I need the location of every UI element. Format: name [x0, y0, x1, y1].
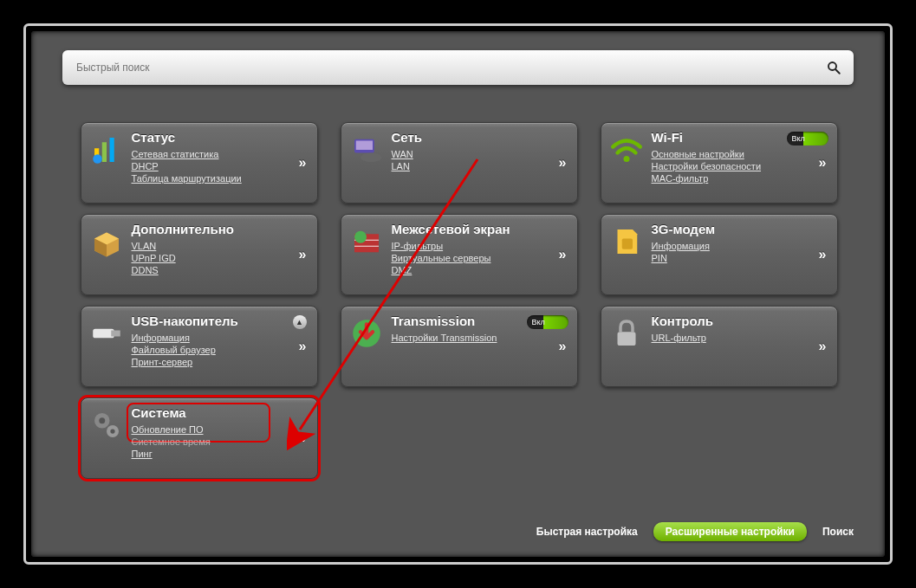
chevron-right-icon[interactable]: »	[559, 155, 567, 171]
link-system-time[interactable]: Системное время	[132, 436, 211, 447]
svg-rect-4	[109, 138, 114, 162]
card-links: URL-фильтр	[652, 333, 706, 343]
wifi-toggle[interactable]: Вкл	[787, 132, 828, 145]
link-vlan[interactable]: VLAN	[132, 241, 176, 251]
card-system[interactable]: Система Обновление ПО Системное время Пи…	[81, 397, 318, 479]
link-lan[interactable]: LAN	[392, 161, 413, 171]
card-transmission[interactable]: Вкл Transmission Настройки Transmission …	[341, 306, 578, 387]
link-upnp[interactable]: UPnP IGD	[132, 253, 176, 263]
link-print-server[interactable]: Принт-сервер	[132, 357, 216, 367]
card-usb[interactable]: ▲ USB-накопитель Информация Файловый бра…	[81, 306, 318, 387]
link-mac-filter[interactable]: MAC-фильтр	[652, 173, 762, 184]
svg-rect-7	[355, 141, 372, 151]
link-security-settings[interactable]: Настройки безопасности	[652, 161, 762, 171]
card-3g-modem[interactable]: 3G-модем Информация PIN »	[601, 214, 838, 295]
card-title: Система	[132, 405, 186, 420]
sim-icon	[607, 222, 646, 262]
card-advanced[interactable]: Дополнительно VLAN UPnP IGD DDNS »	[81, 214, 318, 295]
eject-icon[interactable]: ▲	[293, 315, 307, 329]
gears-icon	[87, 405, 127, 445]
link-ping[interactable]: Пинг	[132, 449, 211, 459]
link-routing-table[interactable]: Таблица маршрутизации	[132, 173, 242, 184]
search-input[interactable]	[75, 61, 826, 74]
svg-rect-16	[111, 331, 120, 337]
card-links: Обновление ПО Системное время Пинг	[132, 424, 211, 459]
link-file-browser[interactable]: Файловый браузер	[132, 345, 216, 355]
svg-rect-18	[617, 332, 635, 346]
card-title: Wi-Fi	[652, 130, 684, 145]
chevron-right-icon[interactable]: »	[559, 339, 567, 354]
card-links: VLAN UPnP IGD DDNS	[132, 241, 176, 275]
usb-icon	[87, 313, 127, 353]
footer-quick-setup[interactable]: Быстрая настройка	[536, 526, 638, 538]
svg-rect-3	[101, 142, 106, 162]
chevron-right-icon[interactable]: »	[819, 339, 827, 354]
link-transmission-settings[interactable]: Настройки Transmission	[392, 333, 497, 343]
svg-rect-15	[93, 329, 114, 339]
firewall-icon	[347, 222, 387, 262]
link-basic-settings[interactable]: Основные настройки	[652, 149, 762, 159]
card-links: Информация PIN	[652, 241, 710, 263]
svg-point-5	[93, 154, 102, 164]
link-url-filter[interactable]: URL-фильтр	[652, 333, 706, 343]
svg-point-13	[354, 231, 367, 243]
chevron-right-icon[interactable]: »	[559, 247, 567, 262]
main-panel: Статус Сетевая статистика DHCP Таблица м…	[31, 31, 885, 557]
card-links: IP-фильтры Виртуальные серверы DMZ	[392, 241, 491, 275]
svg-line-1	[835, 69, 840, 74]
link-net-stats[interactable]: Сетевая статистика	[132, 149, 242, 159]
card-links: Основные настройки Настройки безопасност…	[652, 149, 762, 184]
search-bar[interactable]	[62, 50, 854, 85]
footer: Быстрая настройка Расширенные настройки …	[536, 522, 854, 541]
card-wifi[interactable]: Вкл Wi-Fi Основные настройки Настройки б…	[601, 122, 838, 204]
link-pin[interactable]: PIN	[652, 253, 710, 263]
card-title: Контроль	[652, 313, 713, 328]
chevron-right-icon[interactable]: »	[819, 155, 827, 171]
card-title: Межсетевой экран	[392, 222, 510, 236]
network-icon	[347, 130, 387, 170]
card-grid: Статус Сетевая статистика DHCP Таблица м…	[62, 122, 854, 479]
chevron-right-icon[interactable]: »	[819, 247, 827, 262]
link-firmware-update[interactable]: Обновление ПО	[132, 424, 211, 435]
card-title: 3G-модем	[652, 222, 716, 236]
card-control[interactable]: Контроль URL-фильтр »	[601, 306, 838, 387]
chevron-right-icon[interactable]: »	[299, 430, 307, 446]
footer-search[interactable]: Поиск	[822, 526, 854, 538]
card-status[interactable]: Статус Сетевая статистика DHCP Таблица м…	[81, 122, 318, 204]
status-icon	[87, 130, 127, 170]
svg-point-22	[110, 429, 114, 433]
chevron-right-icon[interactable]: »	[299, 339, 307, 354]
link-ddns[interactable]: DDNS	[132, 265, 176, 275]
chevron-right-icon[interactable]: »	[299, 155, 307, 171]
download-icon	[347, 313, 387, 353]
link-virtual-servers[interactable]: Виртуальные серверы	[392, 253, 491, 263]
card-title: USB-накопитель	[132, 313, 238, 328]
card-network[interactable]: Сеть WAN LAN »	[341, 122, 578, 204]
link-wan[interactable]: WAN	[392, 149, 413, 159]
card-links: WAN LAN	[392, 149, 413, 171]
transmission-toggle[interactable]: Вкл	[527, 315, 568, 329]
card-links: Информация Файловый браузер Принт-сервер	[132, 333, 216, 367]
card-title: Статус	[132, 130, 176, 145]
search-icon[interactable]	[826, 60, 841, 75]
link-info[interactable]: Информация	[652, 241, 710, 251]
card-title: Сеть	[392, 130, 423, 145]
link-info[interactable]: Информация	[132, 333, 216, 343]
card-firewall[interactable]: Межсетевой экран IP-фильтры Виртуальные …	[341, 214, 578, 295]
card-links: Сетевая статистика DHCP Таблица маршрути…	[132, 149, 242, 184]
card-title: Дополнительно	[132, 222, 234, 236]
link-dhcp[interactable]: DHCP	[132, 161, 242, 171]
box-icon	[87, 222, 127, 262]
chevron-right-icon[interactable]: »	[299, 247, 307, 262]
svg-point-20	[99, 417, 105, 423]
link-dmz[interactable]: DMZ	[392, 265, 491, 275]
footer-extended-settings-button[interactable]: Расширенные настройки	[653, 522, 807, 541]
svg-point-9	[623, 156, 629, 162]
lock-icon	[607, 313, 646, 353]
svg-rect-14	[621, 239, 632, 249]
card-links: Настройки Transmission	[392, 333, 497, 343]
card-title: Transmission	[392, 313, 476, 328]
link-ip-filters[interactable]: IP-фильтры	[392, 241, 491, 251]
wifi-icon	[607, 130, 646, 170]
svg-point-8	[361, 153, 382, 163]
